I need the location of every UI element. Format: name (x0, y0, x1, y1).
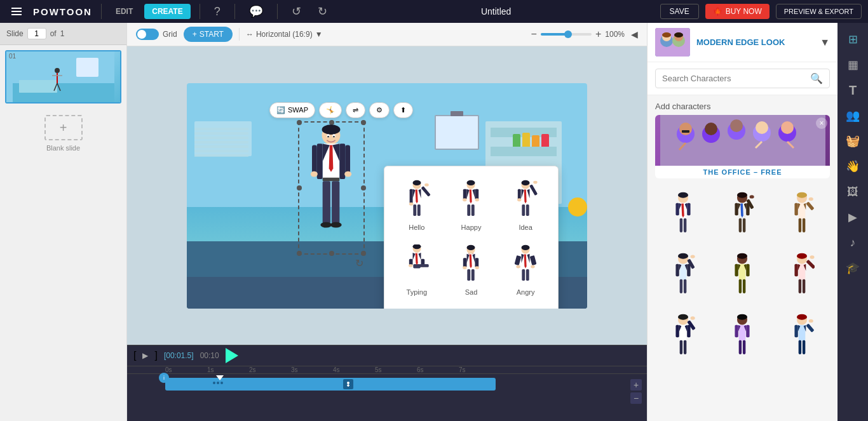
zoom-fill (541, 33, 566, 36)
pose-hello[interactable]: Hello (392, 174, 442, 234)
handle-bottom-mid[interactable] (329, 251, 334, 256)
handle-bottom-right[interactable] (361, 251, 366, 256)
comments-button[interactable]: 💬 (244, 2, 268, 21)
swap-button[interactable]: 🔄 SWAP (269, 102, 315, 118)
collapse-panel-button[interactable]: ◀ (631, 29, 638, 39)
pose-button[interactable]: 🤸 (319, 102, 342, 118)
close-banner-button[interactable]: × (816, 117, 827, 129)
char-right-3[interactable] (774, 185, 830, 242)
zoom-slider[interactable] (541, 33, 592, 36)
timeline-remove-button[interactable]: − (630, 392, 642, 404)
char-right-7[interactable] (655, 307, 711, 364)
svg-point-10 (322, 124, 341, 135)
svg-rect-168 (803, 218, 805, 232)
add-blank-slide-button[interactable]: + (44, 115, 83, 140)
svg-point-211 (690, 316, 695, 319)
char-right-5[interactable] (715, 246, 771, 303)
rotate-handle[interactable]: ↻ (355, 257, 363, 269)
position-button[interactable]: ⬆ (393, 102, 413, 118)
start-button[interactable]: + START (184, 27, 233, 42)
svg-rect-2 (76, 58, 98, 77)
pose-angry[interactable]: Angry (501, 239, 550, 298)
settings-char-button[interactable]: ⚙ (369, 102, 390, 118)
characters-icon-button[interactable]: 👥 (841, 104, 864, 127)
search-characters-input[interactable] (662, 74, 806, 83)
play-button[interactable] (226, 348, 238, 363)
typing-figure (400, 241, 434, 286)
edit-button[interactable]: EDIT (111, 4, 138, 18)
video-icon-button[interactable]: ▶ (841, 206, 864, 229)
svg-point-172 (678, 253, 688, 259)
zoom-in-button[interactable]: + (595, 29, 601, 40)
slide-thumbnail-1[interactable]: 01 (5, 50, 121, 104)
audio-icon-button[interactable]: ♪ (841, 231, 864, 254)
typing-label: Typing (407, 288, 427, 296)
office-image (655, 115, 830, 166)
pose-sad[interactable]: Sad (447, 239, 496, 298)
svg-rect-36 (413, 204, 416, 216)
timeline-add-button[interactable]: + (630, 379, 642, 391)
undo-button[interactable]: ↺ (287, 2, 306, 21)
create-button[interactable]: CREATE (144, 4, 190, 19)
canvas-toolbar: Grid + START ↔ Horizontal (16:9) ▼ − + 1… (127, 23, 647, 46)
grid-toggle-switch[interactable] (136, 29, 159, 40)
help-button[interactable]: ? (209, 3, 226, 21)
char-right-6[interactable] (774, 246, 830, 303)
gestures-icon-button[interactable]: 👋 (841, 155, 864, 178)
pattern-icon-button[interactable]: ▦ (841, 53, 864, 76)
canvas-scene[interactable]: 🔄 SWAP 🤸 ⇌ ⚙ ⬆ (187, 83, 587, 309)
char-right-2[interactable] (715, 185, 771, 242)
svg-rect-200 (803, 279, 805, 293)
idea-label: Idea (519, 224, 532, 231)
selected-character[interactable]: ↻ (298, 121, 365, 255)
effects-icon-button[interactable]: 🎓 (841, 257, 864, 279)
svg-point-49 (463, 198, 467, 201)
save-button[interactable]: SAVE (660, 4, 699, 19)
zoom-out-button[interactable]: − (531, 29, 537, 40)
pose-happy[interactable]: Happy (447, 174, 496, 234)
separator3 (234, 4, 235, 19)
svg-rect-87 (468, 269, 471, 281)
timeline: [ ▶ ] [00:01.5] 00:10 0s 1s 2s 3s 4s 5s (127, 345, 647, 421)
flip-button[interactable]: ⇌ (346, 102, 365, 118)
pose-typing[interactable]: Typing (392, 239, 442, 298)
theme-dropdown-button[interactable]: ▼ (820, 37, 830, 48)
pose-thinking[interactable]: Thinking (392, 304, 442, 309)
layout-icon-button[interactable]: ⊞ (841, 28, 864, 51)
hamburger-menu[interactable] (6, 5, 27, 18)
swap-icon: 🔄 (276, 106, 285, 114)
text-icon-button[interactable]: T (841, 79, 864, 102)
preview-export-button[interactable]: PREVIEW & EXPORT (776, 4, 862, 19)
char-right-9[interactable] (774, 307, 830, 364)
char-right-1[interactable] (655, 185, 711, 242)
svg-rect-226 (795, 325, 798, 338)
text-icon: T (849, 83, 857, 98)
start-label: START (200, 30, 224, 39)
props-icon-button[interactable]: 🧺 (841, 130, 864, 152)
svg-point-170 (809, 197, 813, 201)
slide-number-input[interactable] (27, 28, 46, 39)
media-icon-button[interactable]: 🖼 (841, 180, 864, 203)
svg-rect-230 (803, 340, 805, 354)
buy-now-button[interactable]: 🍁 BUY NOW (705, 4, 770, 19)
char-right-8[interactable] (715, 307, 771, 364)
redo-button[interactable]: ↻ (313, 2, 332, 21)
svg-point-43 (467, 180, 475, 185)
timeline-track[interactable]: i (165, 378, 496, 391)
svg-point-160 (750, 195, 754, 198)
svg-rect-26 (312, 145, 317, 173)
theme-avatar (655, 28, 690, 57)
office-banner[interactable]: × THE OFFICE – FREE (655, 115, 830, 178)
svg-rect-100 (526, 269, 529, 281)
pose-idea[interactable]: Idea (501, 174, 550, 234)
char-right-4[interactable] (655, 246, 711, 303)
svg-rect-59 (518, 189, 521, 199)
ratio-selector[interactable]: ↔ Horizontal (16:9) ▼ (246, 30, 323, 39)
theme-header: MODERN EDGE LOOK ▼ (648, 23, 837, 62)
grid-toggle: Grid (136, 29, 177, 40)
handle-bottom-left[interactable] (297, 251, 302, 256)
frame-advance-button[interactable]: ▶ (142, 351, 148, 360)
svg-point-126 (679, 123, 692, 135)
svg-rect-27 (345, 145, 350, 173)
svg-rect-189 (739, 279, 742, 293)
